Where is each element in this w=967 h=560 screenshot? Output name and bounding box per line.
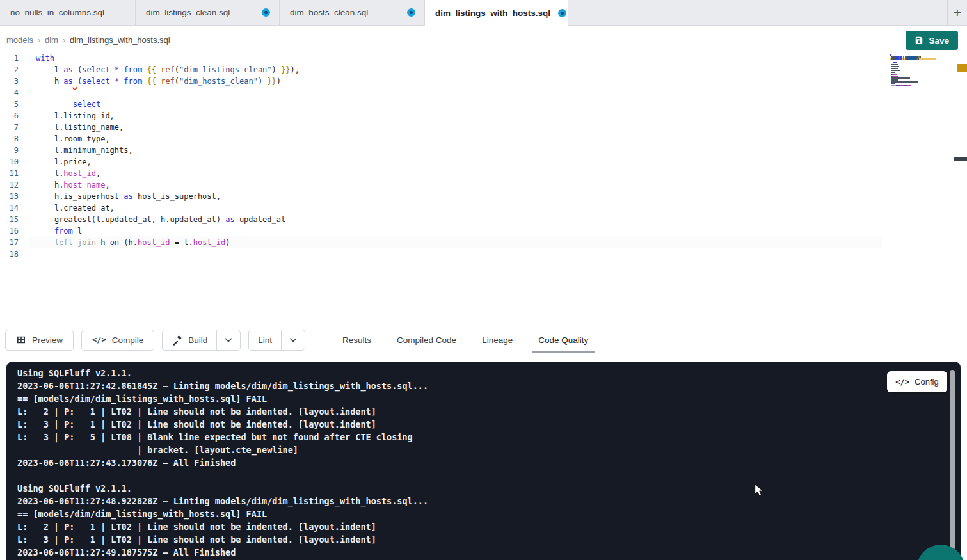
code-line[interactable]: 7 l.listing_name, bbox=[0, 122, 967, 133]
minimap-line bbox=[890, 54, 936, 56]
tab-results[interactable]: Results bbox=[341, 333, 372, 348]
code-line[interactable]: 8 l.room_type, bbox=[0, 133, 967, 145]
mouse-cursor bbox=[754, 483, 766, 501]
save-button-label: Save bbox=[929, 36, 949, 45]
code-line[interactable]: 11 l.host_id, bbox=[0, 168, 967, 179]
minimap-line bbox=[890, 83, 936, 84]
tab-label: dim_hosts_clean.sql bbox=[290, 8, 368, 17]
tab-lineage[interactable]: Lineage bbox=[481, 333, 514, 348]
new-tab-button[interactable]: + bbox=[947, 0, 967, 25]
compile-button[interactable]: </> Compile bbox=[81, 330, 154, 351]
build-button[interactable]: Build bbox=[163, 330, 216, 350]
code-line[interactable]: 15 greatest(l.updated_at, h.updated_at) … bbox=[0, 214, 967, 225]
terminal-line bbox=[17, 469, 890, 482]
tab-label: dim_listings_with_hosts.sql bbox=[435, 8, 550, 18]
code-line[interactable]: 5 select bbox=[0, 99, 967, 110]
chevron-right-icon: › bbox=[63, 36, 65, 45]
line-number: 15 bbox=[0, 214, 28, 225]
minimap-line bbox=[890, 72, 936, 73]
code-line[interactable]: 1with bbox=[0, 52, 967, 64]
lint-button-label: Lint bbox=[258, 335, 272, 345]
breadcrumb-item-models[interactable]: models bbox=[6, 35, 33, 45]
code-line-text: l.listing_name, bbox=[28, 122, 124, 133]
tab-code-quality[interactable]: Code Quality bbox=[537, 333, 589, 348]
code-line-text bbox=[28, 87, 36, 99]
preview-button-label: Preview bbox=[32, 335, 63, 345]
chevron-down-icon bbox=[289, 335, 298, 344]
terminal-line: L: 2 | P: 1 | LT02 | Line should not be … bbox=[17, 405, 890, 418]
code-line[interactable]: 9 l.minimum_nights, bbox=[0, 145, 967, 156]
compile-button-label: Compile bbox=[112, 335, 144, 345]
code-line[interactable]: 17 left join h on (h.host_id = l.host_id… bbox=[0, 237, 967, 248]
code-line-text: h.host_name, bbox=[28, 179, 110, 191]
breadcrumb-item-file: dim_listings_with_hosts.sql bbox=[70, 35, 170, 45]
line-number: 7 bbox=[0, 122, 28, 133]
terminal-line: L: 3 | P: 1 | LT02 | Line should not be … bbox=[17, 533, 890, 546]
code-line-text: l.host_id, bbox=[28, 168, 100, 179]
code-line[interactable]: 18 bbox=[0, 248, 967, 260]
line-number: 16 bbox=[0, 225, 28, 237]
line-number: 8 bbox=[0, 133, 28, 145]
code-line[interactable]: 3 h as (select * from {{ ref("dim_hosts_… bbox=[0, 76, 967, 87]
preview-button[interactable]: Preview bbox=[5, 330, 74, 351]
minimap[interactable] bbox=[890, 54, 936, 89]
chevron-down-icon bbox=[224, 335, 233, 344]
minimap-line bbox=[890, 56, 936, 58]
minimap-line bbox=[890, 66, 936, 67]
tab-compiled-code[interactable]: Compiled Code bbox=[396, 333, 458, 348]
build-split-button: Build bbox=[162, 330, 241, 351]
code-icon: </> bbox=[92, 335, 106, 344]
editor-toolbar: Preview </> Compile Build Lint Results bbox=[0, 325, 967, 355]
code-line-text: l.room_type, bbox=[28, 133, 110, 145]
terminal-scrollbar[interactable] bbox=[950, 370, 955, 550]
config-button[interactable]: </> Config bbox=[887, 371, 947, 392]
build-dropdown-button[interactable] bbox=[216, 330, 240, 350]
code-line[interactable]: 14 l.created_at, bbox=[0, 202, 967, 214]
code-line[interactable]: 13 h.is_superhost as host_is_superhost, bbox=[0, 191, 967, 202]
modified-indicator-icon bbox=[262, 8, 270, 17]
code-line-text: greatest(l.updated_at, h.updated_at) as … bbox=[28, 214, 285, 225]
code-line-text: l.minimum_nights, bbox=[28, 145, 133, 156]
hammer-icon bbox=[172, 335, 182, 346]
tab-dim-listings-with-hosts[interactable]: dim_listings_with_hosts.sql bbox=[425, 0, 568, 26]
lint-split-button: Lint bbox=[248, 330, 305, 351]
minimap-line bbox=[890, 76, 936, 77]
minimap-line bbox=[890, 68, 936, 69]
config-button-label: Config bbox=[915, 377, 939, 387]
code-editor[interactable]: 1with2 l as (select * from {{ ref("dim_l… bbox=[0, 52, 967, 328]
code-line[interactable]: 4 bbox=[0, 87, 967, 99]
breadcrumb-item-dim[interactable]: dim bbox=[45, 35, 58, 45]
lint-button[interactable]: Lint bbox=[249, 330, 281, 350]
code-line-text: l as (select * from {{ ref("dim_listings… bbox=[28, 64, 300, 76]
code-line-text: l.created_at, bbox=[28, 202, 115, 214]
line-number: 2 bbox=[0, 64, 28, 76]
minimap-line bbox=[890, 62, 936, 63]
tab-dim-hosts-clean[interactable]: dim_hosts_clean.sql bbox=[280, 0, 425, 25]
tab-no-nulls-in-columns[interactable]: no_nulls_in_columns.sql bbox=[0, 0, 136, 25]
code-line-text: h as (select * from {{ ref("dim_hosts_cl… bbox=[28, 76, 281, 87]
code-line[interactable]: 12 h.host_name, bbox=[0, 179, 967, 191]
plus-icon: + bbox=[954, 5, 961, 20]
tab-dim-listings-clean[interactable]: dim_listings_clean.sql bbox=[136, 0, 280, 25]
modified-indicator-icon bbox=[558, 9, 566, 17]
code-line-text: select bbox=[28, 99, 100, 110]
code-line-text: from l bbox=[28, 225, 82, 237]
tab-label: dim_listings_clean.sql bbox=[146, 8, 230, 17]
terminal-line: L: 3 | P: 1 | LT02 | Line should not be … bbox=[17, 418, 890, 431]
line-number: 1 bbox=[0, 52, 28, 64]
code-line[interactable]: 16 from l bbox=[0, 225, 967, 237]
code-line[interactable]: 10 l.price, bbox=[0, 156, 967, 168]
lint-output-terminal: Using SQLFluff v2.1.1.2023-06-06T11:27:4… bbox=[6, 362, 961, 560]
minimap-line bbox=[890, 77, 936, 79]
tab-label: no_nulls_in_columns.sql bbox=[10, 8, 104, 17]
code-line[interactable]: 2 l as (select * from {{ ref("dim_listin… bbox=[0, 64, 967, 76]
line-number: 9 bbox=[0, 145, 28, 156]
line-number: 13 bbox=[0, 191, 28, 202]
terminal-line: | bracket. [layout.cte_newline] bbox=[17, 444, 890, 456]
code-line[interactable]: 6 l.listing_id, bbox=[0, 110, 967, 122]
save-button[interactable]: Save bbox=[906, 31, 958, 50]
minimap-line bbox=[890, 74, 936, 75]
lint-dropdown-button[interactable] bbox=[281, 330, 305, 350]
line-number: 11 bbox=[0, 168, 28, 179]
line-number: 6 bbox=[0, 110, 28, 122]
